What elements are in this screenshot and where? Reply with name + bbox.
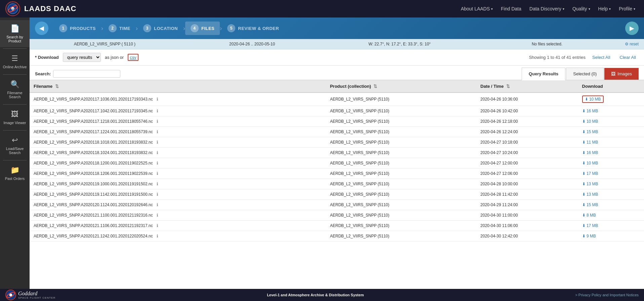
download-link[interactable]: ⬇ 15 MB — [582, 129, 598, 134]
select-all-button[interactable]: Select All — [590, 53, 613, 61]
datetime-cell: 2020-04-27 10:18:00 — [476, 137, 578, 148]
download-link[interactable]: ⬇ 16 MB — [582, 150, 598, 155]
step-forward-button[interactable]: ▶ — [625, 22, 639, 35]
download-cell: ⬇ 9 MB — [578, 231, 644, 241]
download-link[interactable]: ⬇ 11 MB — [582, 140, 598, 145]
goddard-logo: Goddard SPACE FLIGHT CENTER — [5, 290, 55, 300]
info-icon[interactable]: ℹ — [157, 140, 158, 145]
sidebar-item-image-viewer[interactable]: 🖼 Image Viewer — [0, 106, 30, 129]
table-row: AERDB_L2_VIIRS_SNPP.A2020117.1218.001.20… — [30, 116, 644, 127]
product-cell: AERDB_L2_VIIRS_SNPP (5110) — [326, 210, 477, 221]
col-filename[interactable]: Filename ⇅ — [30, 80, 326, 92]
download-cell: ⬇ 10 MB — [578, 92, 644, 106]
sidebar-item-search-by-product[interactable]: 📄 Search by Product — [0, 20, 30, 47]
product-cell: AERDB_L2_VIIRS_SNPP (5110) — [326, 158, 477, 168]
info-icon[interactable]: ℹ — [157, 129, 158, 134]
sort-icon: ⇅ — [506, 84, 510, 89]
nav-about-laads[interactable]: About LAADS ▾ — [457, 4, 496, 13]
filename-cell: AERDB_L2_VIIRS_SNPP.A2020117.1218.001.20… — [30, 116, 326, 127]
product-cell: AERDB_L2_VIIRS_SNPP (5110) — [326, 168, 477, 179]
reset-button[interactable]: ⚙ reset — [625, 42, 639, 46]
filename-cell: AERDB_L2_VIIRS_SNPP.A2020118.1018.001.20… — [30, 137, 326, 148]
chevron-down-icon: ▾ — [609, 7, 611, 11]
step-products[interactable]: 1 PRODUCTS — [54, 24, 101, 32]
tab-selected[interactable]: Selected (0) — [566, 68, 604, 80]
nav-profile[interactable]: Profile ▾ — [615, 4, 639, 13]
info-icon[interactable]: ℹ — [157, 202, 158, 207]
filename-cell: AERDB_L2_VIIRS_SNPP.A2020118.1024.001.20… — [30, 148, 326, 158]
info-icon[interactable]: ℹ — [157, 161, 158, 165]
nasa-footer-logo — [5, 290, 16, 300]
datetime-cell: 2020-04-28 11:42:00 — [476, 189, 578, 200]
chevron-down-icon: ▾ — [491, 7, 493, 11]
step-num-4: 4 — [191, 24, 199, 32]
download-link[interactable]: ⬇ 9 MB — [582, 234, 596, 238]
step-files[interactable]: 4 FILES — [185, 22, 220, 35]
tab-query-results[interactable]: Query Results — [522, 68, 565, 80]
step-back-button[interactable]: ◀ — [35, 22, 48, 35]
step-num-5: 5 — [227, 24, 235, 32]
datetime-cell: 2020-04-26 10:42:00 — [476, 106, 578, 116]
footer-privacy-link[interactable]: > Privacy Policy and Important Notices — [575, 293, 639, 297]
download-link[interactable]: ⬇ 10 MB — [582, 119, 598, 124]
download-select[interactable]: query results — [63, 53, 101, 62]
download-link[interactable]: ⬇ 13 MB — [582, 182, 598, 186]
sidebar-item-past-orders[interactable]: 📁 Past Orders — [0, 162, 30, 185]
nav-help[interactable]: Help ▾ — [595, 4, 614, 13]
info-icon[interactable]: ℹ — [157, 150, 158, 155]
step-review-order[interactable]: 5 REVIEW & ORDER — [222, 24, 284, 32]
search-icon: 🔍 — [10, 80, 19, 89]
download-cell: ⬇ 17 MB — [578, 168, 644, 179]
download-link[interactable]: ⬇ 15 MB — [582, 202, 598, 207]
nasa-logo: NASA — [5, 1, 20, 16]
download-link[interactable]: ⬇ 17 MB — [582, 171, 598, 176]
nav-quality[interactable]: Quality ▾ — [569, 4, 594, 13]
col-product[interactable]: Product (collection) ⇅ — [326, 80, 477, 92]
sidebar: 📄 Search by Product ☰ Online Archive 🔍 F… — [0, 17, 30, 289]
info-icon[interactable]: ℹ — [157, 171, 158, 176]
product-cell: AERDB_L2_VIIRS_SNPP (5110) — [326, 231, 477, 241]
info-icon[interactable]: ℹ — [157, 97, 158, 102]
csv-button[interactable]: csv — [128, 54, 138, 61]
table-row: AERDB_L2_VIIRS_SNPP.A2020118.1206.001.20… — [30, 168, 644, 179]
folder-icon: 📁 — [10, 166, 19, 175]
product-cell: AERDB_L2_VIIRS_SNPP (5110) — [326, 179, 477, 189]
datetime-cell: 2020-04-27 12:06:00 — [476, 168, 578, 179]
search-input[interactable] — [53, 70, 120, 78]
sidebar-item-load-save-search[interactable]: ↩ Load/Save Search — [0, 132, 30, 159]
info-icon[interactable]: ℹ — [157, 213, 158, 218]
results-table: Filename ⇅ Product (collection) ⇅ Date /… — [30, 80, 644, 241]
download-link[interactable]: ⬇ 17 MB — [582, 223, 598, 228]
info-icon[interactable]: ℹ — [157, 182, 158, 186]
datetime-cell: 2020-04-26 12:18:00 — [476, 116, 578, 127]
tab-images[interactable]: 🖼 Images — [604, 68, 639, 80]
step-time[interactable]: 2 TIME — [103, 24, 136, 32]
step-bar: ◀ 1 PRODUCTS › 2 TIME › 3 LOCATION › — [30, 17, 644, 39]
controls-bar: * Download query results as json or csv … — [30, 49, 644, 66]
download-link[interactable]: ⬇ 8 MB — [582, 213, 596, 218]
sidebar-item-filename-search[interactable]: 🔍 Filename Search — [0, 76, 30, 103]
col-datetime[interactable]: Date / Time ⇅ — [476, 80, 578, 92]
clear-all-button[interactable]: Clear All — [617, 53, 639, 61]
info-icon[interactable]: ℹ — [157, 119, 158, 124]
product-cell: AERDB_L2_VIIRS_SNPP (5110) — [326, 189, 477, 200]
step-location[interactable]: 3 LOCATION — [138, 24, 183, 32]
download-link[interactable]: ⬇ 10 MB — [582, 96, 604, 103]
table-row: AERDB_L2_VIIRS_SNPP.A2020117.1224.001.20… — [30, 127, 644, 137]
download-link[interactable]: ⬇ 16 MB — [582, 109, 598, 113]
nav-find-data[interactable]: Find Data — [497, 4, 525, 13]
download-label: * Download — [35, 55, 59, 60]
info-icon[interactable]: ℹ — [157, 234, 158, 238]
product-cell: AERDB_L2_VIIRS_SNPP (5110) — [326, 148, 477, 158]
nav-data-discovery[interactable]: Data Discovery ▾ — [526, 4, 568, 13]
info-icon[interactable]: ℹ — [157, 192, 158, 197]
sidebar-item-online-archive[interactable]: ☰ Online Archive — [0, 50, 30, 73]
filename-cell: AERDB_L2_VIIRS_SNPP.A2020117.1224.001.20… — [30, 127, 326, 137]
datetime-cell: 2020-04-27 10:24:00 — [476, 148, 578, 158]
table-row: AERDB_L2_VIIRS_SNPP.A2020121.1242.001.20… — [30, 231, 644, 241]
info-icon[interactable]: ℹ — [157, 223, 158, 228]
chevron-down-icon: ▾ — [563, 7, 564, 11]
download-link[interactable]: ⬇ 13 MB — [582, 192, 598, 197]
info-icon[interactable]: ℹ — [157, 109, 158, 113]
download-link[interactable]: ⬇ 10 MB — [582, 161, 598, 165]
